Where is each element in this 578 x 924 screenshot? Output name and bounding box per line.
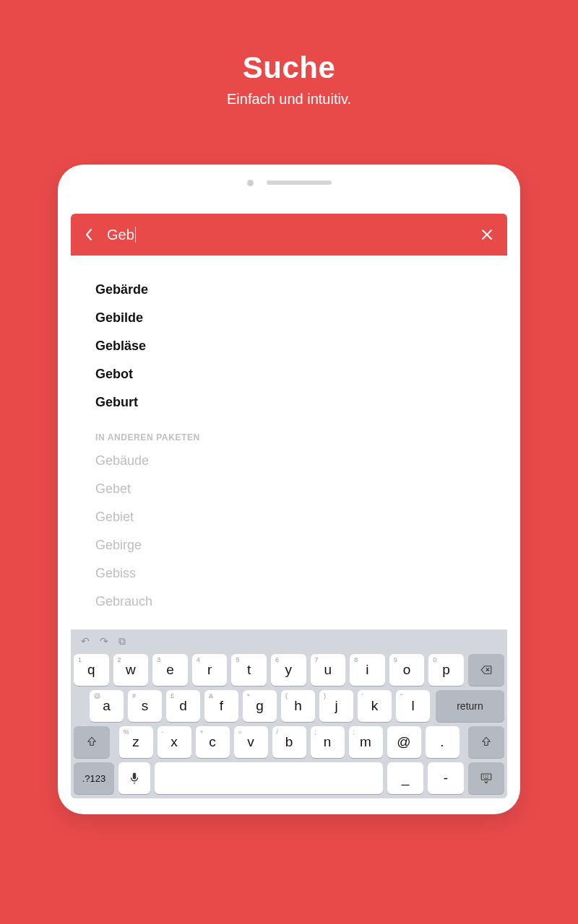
key-main-label: .: [440, 734, 444, 750]
key-g[interactable]: *g: [243, 690, 277, 722]
key-main-label: u: [324, 662, 332, 678]
key-underscore[interactable]: _: [387, 762, 423, 794]
key-m[interactable]: :m: [349, 726, 383, 758]
key-main-label: @: [397, 734, 410, 750]
close-icon: [481, 229, 493, 240]
key-c[interactable]: +c: [196, 726, 230, 758]
key-alt-label: *: [247, 692, 250, 699]
key-o[interactable]: 9o: [389, 654, 425, 686]
result-item-other[interactable]: Gebet: [95, 475, 483, 503]
speaker-slot: [267, 180, 332, 185]
key-alt-label: ): [324, 692, 326, 699]
key-numeric[interactable]: .?123: [74, 762, 114, 794]
key-y[interactable]: 6y: [271, 654, 306, 686]
result-item-other[interactable]: Gebrauch: [95, 588, 483, 616]
result-item[interactable]: Gebärde: [95, 276, 483, 304]
key-backspace[interactable]: [468, 654, 504, 686]
onscreen-keyboard: ↶ ↷ ⧉ 1q2w3e4r5t6y7u8i9o0p @a#s£d&f*g(h)…: [71, 629, 507, 798]
key-alt-label: (: [285, 692, 288, 699]
key-alt-label: -: [162, 728, 164, 736]
result-item[interactable]: Gebilde: [95, 304, 483, 332]
key-alt-label: &: [209, 692, 213, 699]
key-s[interactable]: #s: [128, 690, 162, 722]
result-item-other[interactable]: Gebirge: [95, 531, 483, 559]
key-k[interactable]: 'k: [358, 690, 392, 722]
mic-icon: [128, 772, 141, 785]
key-dash[interactable]: -: [428, 762, 464, 794]
key-mic[interactable]: [118, 762, 150, 794]
key-alt-label: 8: [354, 656, 358, 663]
key-alt-label: 6: [275, 656, 279, 663]
key-t[interactable]: 5t: [231, 654, 267, 686]
key-shift[interactable]: [468, 726, 504, 758]
result-item[interactable]: Geburt: [95, 388, 483, 417]
search-input[interactable]: Geb: [107, 227, 480, 243]
key-shift[interactable]: [74, 726, 110, 758]
key-alt-label: 3: [157, 656, 160, 663]
key-x[interactable]: -x: [158, 726, 191, 758]
key-main-label: p: [442, 662, 450, 678]
key-w[interactable]: 2w: [113, 654, 149, 686]
key-alt-label: 7: [315, 656, 319, 663]
key-main-label: d: [179, 698, 187, 714]
key-space[interactable]: [155, 762, 383, 794]
key-main-label: s: [142, 698, 149, 714]
key-return[interactable]: return: [436, 690, 504, 722]
key-f[interactable]: &f: [204, 690, 238, 722]
key-main-label: r: [207, 662, 212, 678]
key-alt-label: #: [132, 692, 136, 699]
result-item-other[interactable]: Gebiss: [95, 559, 483, 588]
result-item-other[interactable]: Gebiet: [95, 503, 483, 531]
tablet-hardware: [58, 165, 520, 201]
key-alt-label: ": [400, 692, 402, 699]
key-main-label: k: [371, 698, 379, 714]
key-hide-keyboard[interactable]: [468, 762, 504, 794]
redo-icon[interactable]: ↷: [100, 635, 108, 647]
result-item[interactable]: Gebläse: [95, 332, 483, 360]
key-alt-label: £: [171, 692, 174, 699]
key-l[interactable]: "l: [396, 690, 430, 722]
key-j[interactable]: )j: [319, 690, 353, 722]
clear-button[interactable]: [480, 227, 494, 242]
key-b[interactable]: /b: [272, 726, 306, 758]
key-i[interactable]: 8i: [350, 654, 385, 686]
key-u[interactable]: 7u: [311, 654, 346, 686]
promo-header: Suche Einfach und intuitiv.: [0, 0, 578, 108]
key-n[interactable]: ;n: [311, 726, 345, 758]
key-at[interactable]: @: [387, 726, 421, 758]
clipboard-icon[interactable]: ⧉: [118, 635, 126, 648]
app-screen: Geb GebärdeGebildeGebläseGebotGeburt IN …: [71, 214, 507, 798]
key-alt-label: 1: [78, 656, 82, 663]
key-period[interactable]: .: [426, 726, 460, 758]
keyboard-toolbar: ↶ ↷ ⧉: [74, 632, 504, 650]
key-p[interactable]: 0p: [428, 654, 464, 686]
back-button[interactable]: [84, 230, 94, 240]
undo-icon[interactable]: ↶: [81, 635, 90, 647]
key-main-label: q: [87, 662, 95, 678]
key-z[interactable]: %z: [119, 726, 153, 758]
key-a[interactable]: @a: [90, 690, 124, 722]
key-main-label: g: [256, 698, 264, 714]
key-alt-label: 2: [118, 656, 121, 663]
result-item-other[interactable]: Gebäude: [95, 447, 483, 475]
key-main-label: t: [247, 662, 251, 678]
search-bar: Geb: [71, 214, 507, 256]
key-main-label: o: [403, 662, 411, 678]
key-d[interactable]: £d: [166, 690, 200, 722]
key-alt-label: 9: [394, 656, 397, 663]
key-r[interactable]: 4r: [192, 654, 228, 686]
shift-icon: [480, 736, 493, 749]
result-item[interactable]: Gebot: [95, 360, 483, 388]
key-alt-label: %: [124, 728, 129, 736]
key-main-label: e: [166, 662, 174, 678]
key-alt-label: +: [200, 728, 204, 736]
key-q[interactable]: 1q: [74, 654, 109, 686]
key-v[interactable]: =v: [234, 726, 268, 758]
promo-subtitle: Einfach und intuitiv.: [0, 91, 578, 108]
keyboard-hide-icon: [480, 772, 493, 785]
other-packages-label: IN ANDEREN PAKETEN: [95, 432, 483, 443]
key-h[interactable]: (h: [281, 690, 315, 722]
backspace-icon: [480, 663, 493, 676]
key-e[interactable]: 3e: [152, 654, 188, 686]
key-main-label: y: [285, 662, 293, 678]
